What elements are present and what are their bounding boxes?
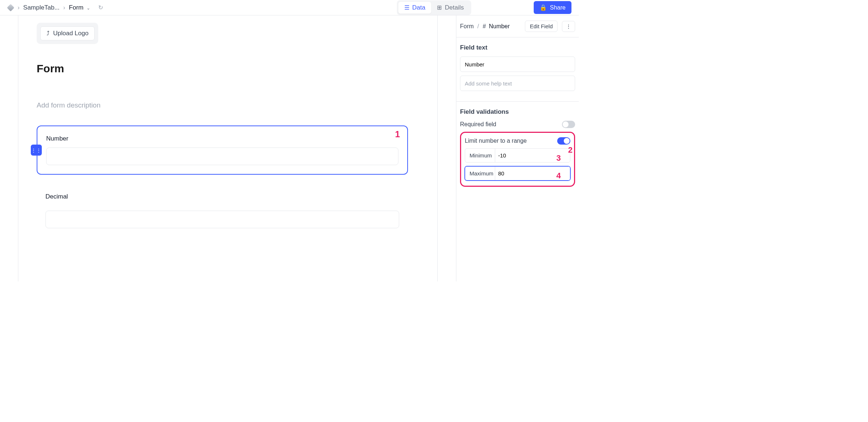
breadcrumb-separator: ›	[18, 4, 19, 11]
right-gutter	[438, 15, 456, 281]
topbar: › SampleTab... › Form ⌄ ↻ ☰ Data ⊞ Detai…	[0, 0, 579, 15]
limit-range-label: Limit number to a range	[465, 138, 527, 144]
topbar-right: 🔒 Share	[534, 1, 571, 14]
field-number-label: Number	[46, 135, 398, 142]
field-name-input[interactable]	[460, 57, 575, 72]
callout-badge-2: 2	[568, 145, 573, 155]
left-gutter	[0, 15, 18, 281]
maximum-label: Maximum	[465, 167, 495, 180]
more-vertical-icon: ⋮	[566, 23, 571, 29]
callout-badge-1: 1	[395, 129, 400, 139]
breadcrumb-form-label: Form	[69, 4, 84, 11]
tab-data[interactable]: ☰ Data	[398, 2, 431, 14]
drag-dots-icon: ⋮⋮	[31, 148, 41, 153]
view-tabs: ☰ Data ⊞ Details	[397, 0, 471, 15]
field-decimal-card[interactable]: Decimal	[37, 193, 408, 228]
sidebar-header: Form / # Number Edit Field ⋮	[456, 15, 579, 37]
callout-badge-4: 4	[556, 171, 561, 181]
sidebar: Form / # Number Edit Field ⋮ Field text …	[456, 15, 579, 281]
lock-icon: 🔒	[540, 4, 547, 11]
app-logo-icon[interactable]	[7, 4, 14, 11]
tab-details[interactable]: ⊞ Details	[431, 2, 470, 14]
tab-data-label: Data	[412, 4, 426, 11]
limit-range-row: Limit number to a range	[465, 137, 570, 145]
required-field-row: Required field	[460, 121, 575, 128]
form-title[interactable]: Form	[37, 62, 408, 75]
form-description[interactable]: Add form description	[37, 101, 408, 109]
maximum-row: Maximum	[465, 166, 570, 181]
breadcrumb: › SampleTab... › Form ⌄ ↻	[7, 4, 103, 11]
breadcrumb-separator: ›	[63, 4, 65, 11]
sidebar-crumb-form[interactable]: Form	[460, 23, 474, 30]
minimum-label: Minimum	[465, 149, 495, 162]
share-label: Share	[550, 4, 566, 11]
field-text-title: Field text	[460, 44, 575, 51]
help-text-input[interactable]	[460, 76, 575, 91]
hash-icon: #	[483, 23, 486, 30]
details-icon: ⊞	[437, 4, 442, 11]
edit-field-button[interactable]: Edit Field	[525, 21, 558, 32]
field-number-card[interactable]: ⋮⋮ 1 Number	[37, 125, 408, 175]
upload-logo-area: ⤴ Upload Logo	[37, 23, 98, 44]
form-canvas: ⤴ Upload Logo Form Add form description …	[18, 15, 438, 281]
minimum-row: Minimum	[465, 148, 570, 163]
field-decimal-label: Decimal	[45, 193, 399, 200]
chevron-down-icon[interactable]: ⌄	[87, 6, 90, 11]
required-field-label: Required field	[460, 121, 496, 128]
share-button[interactable]: 🔒 Share	[534, 1, 571, 14]
limit-range-toggle[interactable]	[557, 137, 570, 145]
field-decimal-input[interactable]	[45, 211, 399, 228]
limit-range-box: Limit number to a range 2 Minimum 3 Maxi…	[460, 132, 575, 187]
upload-logo-label: Upload Logo	[53, 30, 88, 37]
sidebar-crumb-separator: /	[477, 23, 479, 30]
section-field-text: Field text	[456, 37, 579, 102]
breadcrumb-table[interactable]: SampleTab...	[23, 4, 59, 11]
upload-logo-button[interactable]: ⤴ Upload Logo	[40, 26, 95, 40]
section-validations: Field validations Required field Limit n…	[456, 102, 579, 193]
data-icon: ☰	[404, 4, 409, 11]
drag-handle-icon[interactable]: ⋮⋮	[31, 145, 42, 156]
required-field-toggle[interactable]	[562, 121, 575, 128]
validations-title: Field validations	[460, 108, 575, 116]
main: ⤴ Upload Logo Form Add form description …	[0, 15, 579, 281]
field-number-input[interactable]	[46, 148, 398, 165]
callout-badge-3: 3	[556, 153, 561, 163]
more-options-button[interactable]: ⋮	[562, 21, 575, 32]
upload-icon: ⤴	[47, 30, 49, 37]
refresh-icon[interactable]: ↻	[98, 4, 103, 11]
tab-details-label: Details	[445, 4, 464, 11]
sidebar-crumb-field[interactable]: Number	[489, 23, 510, 30]
breadcrumb-form[interactable]: Form ⌄	[69, 4, 90, 11]
